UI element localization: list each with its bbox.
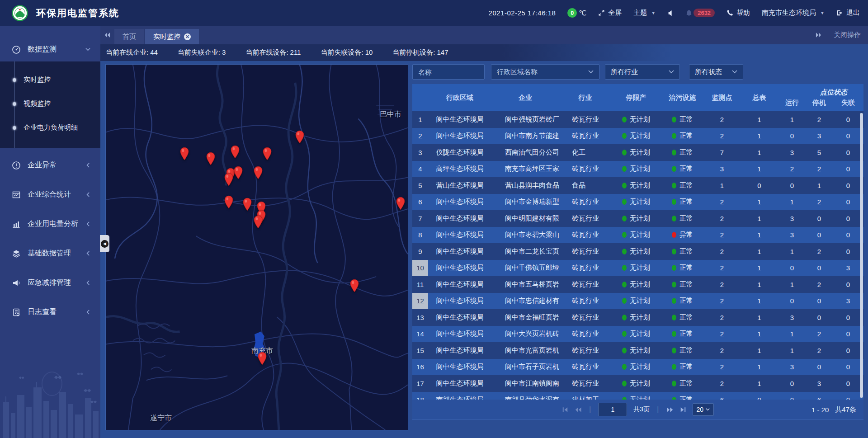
cell-row-index: 6 (412, 194, 428, 211)
tab-realtime-monitoring[interactable]: 实时监控✕ (145, 29, 199, 44)
cell-lost: 0 (833, 396, 863, 400)
name-filter-input[interactable] (412, 64, 485, 80)
map-pin[interactable] (224, 195, 234, 209)
close-operations-button[interactable]: 关闭操作 (834, 31, 861, 39)
table-row[interactable]: 13 阆中生态环境局 阆中市金福旺页岩机砖 砖瓦行业 无计划 正常 2 1 3 … (412, 309, 863, 326)
table-row[interactable]: 2 阆中生态环境局 阆中市南方节能建材有 砖瓦行业 无计划 正常 2 1 0 3… (412, 128, 863, 145)
mute-button[interactable] (667, 10, 674, 16)
table-row[interactable]: 7 阆中生态环境局 阆中明阳建材有限公司 砖瓦行业 无计划 正常 2 1 3 0… (412, 210, 863, 227)
status-dot-icon (622, 133, 627, 139)
sidebar-item-power-usage-analysis[interactable]: 企业用电量分析 (0, 212, 100, 236)
cell-company: 阆中千佛镇五郎垭页岩 (491, 264, 559, 272)
sidebar-subitem-video-monitoring[interactable]: 视频监控 (0, 92, 100, 116)
sidebar-item-emergency-reduction[interactable]: 应急减排管理 (0, 271, 100, 295)
map-pin[interactable] (230, 145, 240, 159)
megaphone-icon (12, 278, 21, 287)
table-row[interactable]: 9 阆中生态环境局 阆中市二龙长宝页岩砖 砖瓦行业 无计划 正常 2 1 1 2… (412, 243, 863, 260)
cell-company: 南充市高坪区王家店建 (491, 165, 559, 173)
chevron-left-icon (85, 192, 90, 197)
stat-offline-companies: 当前失联企业:3 (178, 48, 226, 57)
map-pin[interactable] (253, 215, 263, 229)
status-filter-select[interactable]: 所有状态 (689, 64, 743, 80)
prev-page-button[interactable] (575, 407, 582, 413)
region-filter-select[interactable]: 行政区域名称 (491, 64, 599, 80)
sidebar-item-base-data-mgmt[interactable]: 基础数据管理 (0, 241, 100, 265)
status-dot-icon (672, 183, 676, 188)
map-pin[interactable] (396, 197, 406, 210)
header-running: 运行 (778, 99, 806, 107)
table-row[interactable]: 15 阆中生态环境局 阆中市光富页岩机砖厂 砖瓦行业 无计划 正常 2 1 1 … (412, 342, 863, 359)
map-pin[interactable] (262, 147, 272, 160)
map-city-label: 遂宁市 (150, 414, 172, 423)
table-row[interactable]: 3 仪陇生态环境局 西南油气田分公司川中 化工 无计划 正常 7 1 3 5 0 (412, 144, 863, 161)
page-number-input[interactable] (598, 403, 627, 416)
help-button[interactable]: 帮助 (726, 9, 750, 17)
table-row[interactable]: 8 阆中生态环境局 阆中市枣碧大梁山页岩 砖瓦行业 无计划 异常 2 1 3 0… (412, 227, 863, 244)
map-pin[interactable] (242, 198, 252, 211)
table-row[interactable]: 10 阆中生态环境局 阆中千佛镇五郎垭页岩 砖瓦行业 无计划 正常 2 1 0 … (412, 260, 863, 277)
cell-running: 1 (778, 248, 806, 255)
stat-stopped-devices: 当前停机设备:147 (392, 48, 448, 57)
status-dot-icon (622, 216, 627, 221)
tab-home[interactable]: 首页 (114, 29, 144, 44)
sidebar-item-enterprise-abnormal[interactable]: 企业异常 (0, 153, 100, 177)
cell-row-index: 15 (412, 342, 428, 359)
cell-points: 2 (704, 314, 740, 321)
cell-row-index: 14 (412, 326, 428, 343)
page-size-select[interactable]: 20 (693, 403, 714, 416)
tabs-scroll-left-button[interactable] (104, 32, 111, 38)
status-dot-icon (672, 282, 676, 287)
map-pin[interactable] (206, 152, 216, 165)
fullscreen-button[interactable]: 全屏 (598, 9, 622, 17)
table-row[interactable]: 17 阆中生态环境局 阆中市江南镇阆南页岩 砖瓦行业 无计划 正常 2 1 0 … (412, 375, 863, 392)
table-row[interactable]: 1 阆中生态环境局 阆中强锐页岩砖厂 砖瓦行业 无计划 正常 2 1 1 2 0 (412, 111, 863, 128)
table-row[interactable]: 5 营山生态环境局 营山县润丰肉食品有限 食品 无计划 正常 1 0 0 1 0 (412, 177, 863, 194)
sidebar-item-log-view[interactable]: 日志查看 (0, 300, 100, 324)
sidebar-subitem-power-load-detail[interactable]: 企业电力负荷明细 (0, 116, 100, 140)
map-pin[interactable] (224, 173, 234, 186)
org-dropdown[interactable]: 南充市生态环境局 ▼ (762, 9, 825, 17)
pagination-divider: | (589, 405, 591, 414)
map-panel: 巴中市南充市遂宁市 (105, 64, 408, 430)
table-row[interactable]: 16 阆中生态环境局 阆中市石子页岩机砖厂 砖瓦行业 无计划 正常 2 1 3 … (412, 359, 863, 376)
table-row[interactable]: 6 阆中生态环境局 阆中市金博瑞新型墙材 砖瓦行业 无计划 正常 2 1 1 2… (412, 194, 863, 211)
status-dot-icon (672, 249, 676, 254)
sidebar-item-data-monitoring[interactable]: 数据监测 (0, 38, 100, 61)
cell-company: 阆中市金博瑞新型墙材 (491, 198, 559, 206)
sidebar-item-enterprise-stats[interactable]: 企业综合统计 (0, 183, 100, 207)
map-pin[interactable] (179, 147, 189, 160)
next-page-button[interactable] (666, 407, 674, 413)
sidebar-subitem-realtime-monitoring[interactable]: 实时监控 (0, 68, 100, 92)
first-page-button[interactable] (562, 407, 568, 413)
sidebar-collapse-button[interactable]: ◀ (100, 235, 109, 252)
cell-points: 2 (704, 330, 740, 338)
cell-limit-status: 无计划 (611, 247, 661, 256)
industry-filter-select[interactable]: 所有行业 (605, 64, 680, 80)
theme-dropdown[interactable]: 主题 ▼ (633, 9, 656, 17)
map-pin[interactable] (253, 166, 263, 179)
notification-button[interactable]: 2632 (685, 9, 715, 17)
cell-row-index: 10 (412, 260, 428, 277)
table-row[interactable]: 11 阆中生态环境局 阆中市五马桥页岩机砖 砖瓦行业 无计划 正常 2 1 1 … (412, 276, 863, 293)
map-pin[interactable] (233, 166, 243, 179)
tabs-scroll-right-button[interactable] (815, 32, 822, 38)
table-row[interactable]: 4 高坪生态环境局 南充市高坪区王家店建 砖瓦行业 无计划 正常 3 1 2 2… (412, 161, 863, 178)
map-pin[interactable] (295, 130, 305, 144)
cell-company: 阆中市五马桥页岩机砖 (491, 280, 559, 289)
status-dot-icon (672, 331, 676, 337)
last-page-button[interactable] (680, 407, 686, 413)
cell-stopped: 5 (806, 149, 833, 156)
cell-row-index: 9 (412, 243, 428, 260)
sidebar-group-enterprise-abnormal: 企业异常 (0, 153, 100, 177)
table-row[interactable]: 18 南部生态环境局 南部县劲华水泥有限公 建材加工 无计划 正常 6 0 0 … (412, 392, 863, 400)
table-row[interactable]: 12 阆中生态环境局 阆中市忠信建材有限公 砖瓦行业 无计划 正常 2 1 0 … (412, 293, 863, 310)
cell-limit-status: 无计划 (611, 346, 661, 355)
cell-lost: 0 (833, 281, 863, 288)
table-scrollbar[interactable] (860, 113, 863, 398)
table-row[interactable]: 14 阆中生态环境局 阆中大兴页岩机砖厂 砖瓦行业 无计划 正常 2 1 1 2… (412, 326, 863, 343)
cell-meters: 1 (740, 314, 778, 321)
tab-close-icon[interactable]: ✕ (184, 33, 191, 40)
logout-button[interactable]: 退出 (836, 9, 860, 17)
map-pin[interactable] (349, 279, 359, 292)
map-pin[interactable] (257, 352, 267, 365)
